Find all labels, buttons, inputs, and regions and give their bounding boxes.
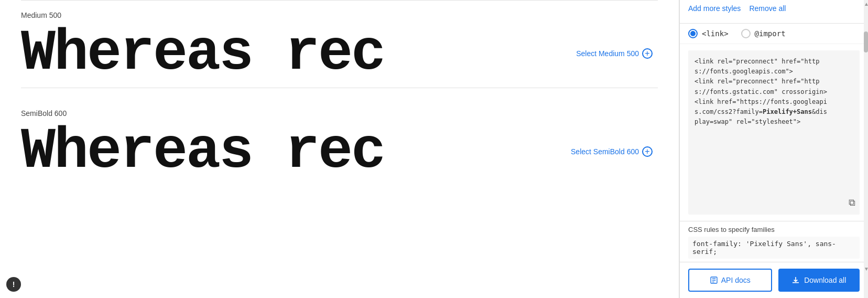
plus-icon-semibold: +	[642, 146, 653, 157]
radio-link-circle	[688, 29, 698, 38]
plus-icon-medium: +	[642, 48, 653, 59]
radio-import-circle	[741, 29, 751, 38]
font-preview-row-medium: Whereas rec Select Medium 500 +	[21, 25, 658, 82]
scroll-thumb[interactable]	[864, 31, 868, 52]
css-rules-label: CSS rules to specify families	[688, 226, 860, 233]
semibold-preview-text: Whereas rec	[21, 123, 482, 180]
top-links: Add more styles Remove all	[688, 0, 860, 19]
scroll-down-arrow[interactable]: ▼	[864, 266, 868, 272]
scroll-track: ▲ ▼	[864, 0, 868, 298]
css-rules-value: font-family: 'Pixelify Sans', sans-serif…	[688, 237, 860, 259]
select-semibold-600-label: Select SemiBold 600	[571, 147, 639, 156]
section-divider	[21, 88, 658, 88]
code-box: <link rel="preconnect" href="https://fon…	[688, 50, 860, 215]
css-rules-section: CSS rules to specify families font-famil…	[680, 221, 868, 262]
select-medium-500-button[interactable]: Select Medium 500 +	[576, 48, 653, 59]
remove-all-link[interactable]: Remove all	[749, 4, 786, 13]
download-icon	[791, 276, 800, 284]
radio-link-option[interactable]: <link>	[688, 29, 729, 38]
radio-group: <link> @import	[680, 24, 868, 44]
radio-import-label: @import	[755, 29, 786, 38]
font-section-semibold: SemiBold 600 Whereas rec Select SemiBold…	[21, 99, 658, 186]
notification-label: !	[13, 280, 15, 289]
add-more-styles-link[interactable]: Add more styles	[688, 4, 741, 13]
medium-500-label: Medium 500	[21, 11, 658, 19]
semibold-preview-wrapper: Whereas rec	[21, 123, 482, 180]
left-panel: Medium 500 Whereas rec Select Medium 500…	[0, 0, 679, 298]
radio-import-option[interactable]: @import	[741, 29, 786, 38]
font-preview-row-semibold: Whereas rec Select SemiBold 600 +	[21, 123, 658, 180]
font-section-medium: Medium 500 Whereas rec Select Medium 500…	[21, 0, 658, 88]
api-docs-icon	[710, 276, 718, 284]
download-all-button[interactable]: Download all	[778, 269, 860, 292]
right-panel: Add more styles Remove all <link> @impor…	[679, 0, 868, 298]
medium-preview-wrapper: Whereas rec	[21, 25, 482, 82]
right-panel-top: Add more styles Remove all	[680, 0, 868, 24]
code-line1: <link rel="preconnect" href="https://fon…	[695, 58, 827, 125]
api-docs-label: API docs	[721, 276, 751, 284]
select-semibold-600-button[interactable]: Select SemiBold 600 +	[571, 146, 653, 157]
semibold-600-label: SemiBold 600	[21, 109, 658, 118]
notification-icon[interactable]: !	[6, 277, 21, 292]
medium-preview-text: Whereas rec	[21, 25, 482, 82]
select-medium-500-label: Select Medium 500	[576, 49, 639, 58]
bottom-buttons: API docs Download all	[680, 262, 868, 298]
copy-icon[interactable]: ⧉	[849, 195, 855, 210]
scroll-up-arrow[interactable]: ▲	[864, 1, 868, 7]
download-all-label: Download all	[804, 276, 846, 284]
api-docs-button[interactable]: API docs	[688, 269, 772, 292]
radio-link-label: <link>	[702, 29, 729, 38]
